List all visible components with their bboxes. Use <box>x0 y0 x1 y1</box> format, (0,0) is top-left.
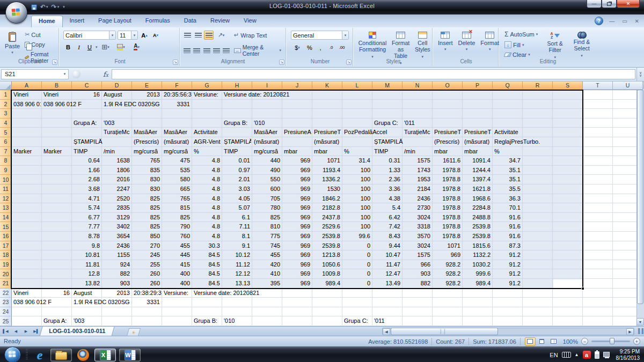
cell-E21[interactable]: 260 <box>132 279 160 289</box>
workbook-restore-button[interactable]: ▭ <box>620 18 628 24</box>
cell-N10[interactable]: 1953 <box>402 175 430 184</box>
cell-I18[interactable]: 455 <box>252 250 280 260</box>
cell-Q18[interactable]: 91.2 <box>493 250 521 260</box>
cell-J21[interactable]: 969 <box>282 279 310 289</box>
first-sheet-button[interactable]: ▌◀ <box>1 327 10 335</box>
cell-P15[interactable]: 2539.8 <box>463 222 491 232</box>
row-header-1[interactable]: 1 <box>0 90 12 100</box>
clipboard-dialog-launcher[interactable]: ↘ <box>52 60 57 65</box>
bold-button[interactable]: B <box>63 42 73 51</box>
keyboard-layout-icon[interactable] <box>562 352 571 358</box>
column-header-R[interactable]: R <box>523 82 553 91</box>
cell-G12[interactable]: 4.8 <box>192 194 220 204</box>
comma-style-button[interactable]: , <box>316 43 325 52</box>
shrink-font-button[interactable]: A▾ <box>151 31 160 40</box>
cell-O15[interactable]: 1978.8 <box>433 222 460 232</box>
row-header-23[interactable]: 23 <box>0 298 12 307</box>
cell-H25[interactable]: '010 <box>224 316 235 326</box>
row-header-13[interactable]: 13 <box>0 203 12 213</box>
cell-O10[interactable]: 1978.8 <box>433 175 460 184</box>
scroll-left-button[interactable]: ◀ <box>383 328 390 335</box>
cell-E9[interactable]: 835 <box>132 166 160 175</box>
cell-C13[interactable]: 5.74 <box>72 203 100 213</box>
cell-B22[interactable]: 16 <box>42 289 70 298</box>
cell-D4[interactable]: '003 <box>104 119 114 128</box>
cell-G19[interactable]: 84.5 <box>192 260 220 270</box>
prev-sheet-button[interactable]: ◀ <box>11 327 20 335</box>
decrease-indent-button[interactable] <box>212 46 221 55</box>
cell-C15[interactable]: 7.77 <box>72 222 100 232</box>
cell-D19[interactable]: 924 <box>102 260 130 270</box>
cell-E7[interactable]: mg/cursă <box>134 147 161 157</box>
cell-N14[interactable]: 3024 <box>402 213 430 223</box>
cell-L15[interactable]: 100 <box>342 222 370 232</box>
avira-tray-icon[interactable]: a <box>583 351 591 359</box>
cell-N18[interactable]: 1575 <box>402 250 430 260</box>
cell-E22[interactable]: 20:38:29:3 <box>134 289 162 298</box>
row-header-7[interactable]: 7 <box>0 147 12 157</box>
cell-E20[interactable]: 260 <box>132 269 160 279</box>
cell-J15[interactable]: 969 <box>282 222 310 232</box>
column-header-Q[interactable]: Q <box>493 82 523 91</box>
column-header-N[interactable]: N <box>402 82 433 91</box>
cell-K16[interactable]: 2539.8 <box>312 232 340 241</box>
cell-J5[interactable]: PresiuneA <box>284 128 311 137</box>
cell-E8[interactable]: 765 <box>132 156 160 166</box>
cell-C14[interactable]: 6.77 <box>72 213 100 223</box>
cell-H21[interactable]: 13.13 <box>222 279 250 289</box>
cell-H15[interactable]: 7.11 <box>222 222 250 232</box>
cell-M6[interactable]: ȘTAMPILĂ <box>374 137 403 147</box>
cell-H18[interactable]: 10.12 <box>222 250 250 260</box>
cell-O13[interactable]: 1978.8 <box>433 203 460 213</box>
cell-P20[interactable]: 999.6 <box>463 269 491 279</box>
cell-M25[interactable]: '011 <box>374 316 385 326</box>
cell-K7[interactable]: mbar <box>314 147 327 157</box>
cell-N20[interactable]: 903 <box>402 269 430 279</box>
cell-F22[interactable]: Versiune: <box>164 289 188 298</box>
cell-I15[interactable]: 810 <box>252 222 280 232</box>
cell-D7[interactable]: /min <box>104 147 115 157</box>
start-button[interactable] <box>4 346 21 362</box>
cell-D13[interactable]: 2835 <box>102 203 130 213</box>
zoom-slider[interactable] <box>591 341 630 342</box>
cell-J10[interactable]: 969 <box>282 175 310 184</box>
cell-J12[interactable]: 969 <box>282 194 310 204</box>
underline-button[interactable]: U <box>85 42 94 51</box>
row-header-3[interactable]: 3 <box>0 109 12 119</box>
help-button[interactable]: ? <box>595 17 603 25</box>
workbook-close-button[interactable]: ✕ <box>633 18 641 24</box>
cell-F19[interactable]: 415 <box>162 260 190 270</box>
cell-I11[interactable]: 600 <box>252 184 280 194</box>
fill-handle[interactable] <box>581 287 584 290</box>
next-sheet-button[interactable]: ▶ <box>21 327 31 335</box>
minimize-button[interactable]: — <box>587 0 602 8</box>
show-hidden-icons-button[interactable]: ▲ <box>575 352 579 357</box>
cell-C8[interactable]: 0.64 <box>72 156 100 166</box>
cell-I7[interactable]: mg/cursă <box>254 147 281 157</box>
cell-P16[interactable]: 2539.8 <box>463 232 491 241</box>
cell-I10[interactable]: 550 <box>252 175 280 184</box>
cell-O12[interactable]: 1978.8 <box>433 194 460 204</box>
cell-M9[interactable]: 1.33 <box>372 166 400 175</box>
cell-I17[interactable]: 745 <box>252 241 280 251</box>
row-header-15[interactable]: 15 <box>0 222 12 232</box>
cell-F2[interactable]: 3331 <box>162 100 190 109</box>
cell-Q21[interactable]: 91.2 <box>493 279 521 289</box>
row-header-4[interactable]: 4 <box>0 119 12 128</box>
cell-L8[interactable]: 31.4 <box>342 156 370 166</box>
cell-M18[interactable]: 10.47 <box>372 250 400 260</box>
cell-O17[interactable]: 1071 <box>433 241 460 251</box>
row-header-6[interactable]: 6 <box>0 137 12 147</box>
cell-H16[interactable]: 8.1 <box>222 232 250 241</box>
cell-D11[interactable]: 2247 <box>102 184 130 194</box>
taskbar-clock[interactable]: 9:25 PM 8/16/2013 <box>616 349 640 361</box>
cell-J16[interactable]: 969 <box>282 232 310 241</box>
column-header-U[interactable]: U <box>613 82 643 91</box>
cell-F7[interactable]: mg/cursă <box>164 147 191 157</box>
cell-A22[interactable]: Vineri <box>13 289 28 298</box>
cell-K14[interactable]: 2437.8 <box>312 213 340 223</box>
cell-H4[interactable]: Grupa B: <box>224 119 247 128</box>
tab-review[interactable]: Review <box>203 16 237 27</box>
cell-L11[interactable]: 100 <box>342 184 370 194</box>
cell-A7[interactable]: Marker <box>13 147 32 157</box>
